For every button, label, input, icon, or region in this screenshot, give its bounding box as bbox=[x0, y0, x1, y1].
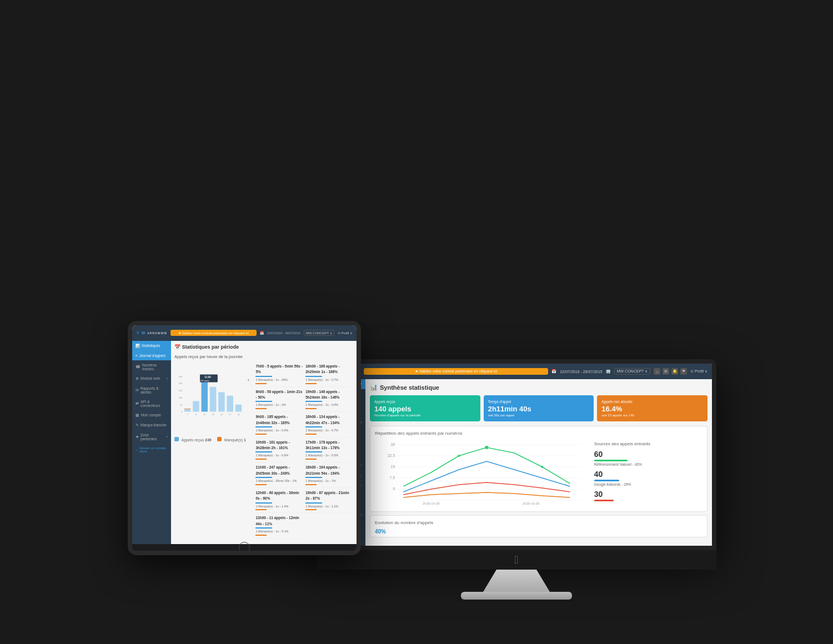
blue-bar bbox=[305, 401, 322, 402]
period-col-right: 18h00 - 186 appels - 2h20min 1s - 186% 1… bbox=[305, 364, 353, 541]
monitor-stand bbox=[483, 570, 550, 592]
svg-text:13: 13 bbox=[212, 414, 214, 416]
blue-bar bbox=[255, 477, 272, 478]
label: Ajouter un compte client bbox=[139, 446, 168, 453]
tablet-sidebar-marque[interactable]: ✎ Marque blanche bbox=[132, 420, 171, 430]
svg-rect-34 bbox=[235, 405, 242, 412]
grid-icon: ⊞ bbox=[663, 368, 669, 375]
period-time: 13h00 - 11 appels - 12min 44s - 11% bbox=[255, 515, 303, 527]
api-icon: ⇄ bbox=[136, 401, 139, 406]
tablet-sidebar-compte[interactable]: ▦ Mon compte bbox=[132, 410, 171, 420]
period-entry: 13h00 - 11 appels - 12min 44s - 11% 1 Ma… bbox=[255, 515, 303, 539]
label: Rapports & alertes bbox=[140, 386, 168, 394]
card-value: 2h11min 40s bbox=[488, 405, 590, 413]
line-chart-svg: 30 22.5 15 7.5 0 2016-10-29 2016-10-30 bbox=[375, 439, 588, 506]
apple-logo:  bbox=[317, 550, 716, 570]
line-chart-main: 30 22.5 15 7.5 0 2016-10-29 2016-10-30 bbox=[375, 439, 588, 507]
svg-text:30: 30 bbox=[391, 442, 395, 446]
flag-icon: ⚑ bbox=[680, 368, 687, 375]
tablet-profile[interactable]: ⊙ Profil ∨ bbox=[338, 331, 352, 335]
period-entry: 17h00 - 178 appels - 3h11min 13s - 178% … bbox=[305, 440, 353, 463]
blue-bar bbox=[255, 376, 272, 377]
svg-text:11: 11 bbox=[203, 414, 205, 416]
tablet-sidebar-numeros[interactable]: ☎ Numéros trackés bbox=[132, 360, 171, 374]
tablet-sidebar-journal[interactable]: ≡ Journal d'appels bbox=[132, 351, 171, 360]
bar-chart-container: 249 200 150 100 50 0 bbox=[174, 361, 252, 541]
calendar-icon: 📅 bbox=[551, 369, 556, 374]
home-button[interactable] bbox=[239, 542, 250, 553]
period-detail: 1 Manqué(s) - 1s - 0.5% bbox=[305, 453, 353, 458]
period-col-left: 7h00 - 5 appels - 5min 56s - 5% 1 Manqué… bbox=[255, 364, 303, 541]
blue-bar bbox=[255, 426, 272, 427]
page-title-text: Synthèse statistique bbox=[380, 384, 439, 391]
monitor-topbar: ≡ W ARROWWW ★ Validez votre contrat part… bbox=[321, 364, 712, 379]
label: API & connecteurs bbox=[140, 400, 168, 407]
orange-bar bbox=[305, 408, 317, 409]
svg-text:9: 9 bbox=[195, 414, 197, 416]
svg-text:15: 15 bbox=[391, 465, 395, 469]
svg-text:0: 0 bbox=[181, 411, 182, 413]
svg-text:0: 0 bbox=[393, 487, 395, 491]
period-entry: 19h00 - 87 appels - 21min 2s - 87% 1 Man… bbox=[305, 490, 353, 514]
tablet-sidebar-ajouter[interactable]: + Ajouter un compte client bbox=[132, 444, 171, 456]
profile-button[interactable]: ⊙ Profil ∨ bbox=[690, 369, 707, 374]
period-entry: 8h00 - 50 appels - 1min 21s - 50% 1 Manq… bbox=[255, 389, 303, 412]
tablet-sidebar-rapports[interactable]: ✉ Rapports & alertes bbox=[132, 384, 171, 397]
svg-text:200: 200 bbox=[179, 383, 182, 385]
mail-icon: ✉ bbox=[136, 388, 139, 393]
legend-number: 60 bbox=[594, 450, 700, 459]
orange-bar bbox=[305, 383, 317, 384]
tablet-sidebar-module[interactable]: ⊕ Module web ‹ bbox=[132, 374, 171, 384]
svg-text:2016-10-29: 2016-10-29 bbox=[423, 502, 440, 505]
tablet-menu-icon: ≡ bbox=[137, 330, 139, 335]
period-entry: 18h00 - 194 appels - 2h21min 54s - 194% … bbox=[305, 465, 353, 488]
period-time: 19h00 - 87 appels - 21min 2s - 87% bbox=[305, 490, 353, 502]
card-value: 140 appels bbox=[374, 405, 476, 413]
period-entry: 10h00 - 161 appels - 3h28min 2h - 161% 1… bbox=[255, 440, 303, 463]
tablet-main-layout: 📊 Statistiques ≡ Journal d'appels ☎ Numé… bbox=[132, 341, 357, 544]
period-time: 18h00 - 194 appels - 2h21min 54s - 194% bbox=[305, 465, 353, 476]
orange-bar bbox=[255, 509, 267, 510]
blue-bar bbox=[305, 426, 322, 427]
tablet-sidebar-api[interactable]: ⇄ API & connecteurs bbox=[132, 397, 171, 410]
svg-rect-35 bbox=[184, 409, 190, 409]
concept-selector[interactable]: MW CONCEPT ∨ bbox=[614, 368, 650, 375]
svg-point-15 bbox=[541, 466, 543, 468]
period-entry: 19h00 - 146 appels - 5h24min 18s - 146% … bbox=[305, 389, 353, 412]
blue-bar bbox=[305, 376, 322, 377]
svg-text:19: 19 bbox=[237, 414, 239, 416]
label: Zone partenaire bbox=[140, 433, 165, 441]
tablet-promo[interactable]: ★ Validez votre contrat partenaire en cl… bbox=[170, 330, 257, 336]
orange-bar bbox=[255, 408, 267, 409]
tablet-concept[interactable]: MW CONCEPT ∨ bbox=[304, 330, 334, 336]
legend-item-30: 30 bbox=[594, 490, 700, 501]
edit-icon: ✎ bbox=[136, 423, 139, 427]
period-time: 8h00 - 50 appels - 1min 21s - 50% bbox=[255, 389, 303, 401]
legend-number: 40 bbox=[594, 470, 700, 479]
legend-item-60: 60 Référencement Naturel - 43% bbox=[594, 450, 700, 466]
period-time: 9h00 - 185 appels - 1h46min 32s - 185% bbox=[255, 414, 303, 426]
legend-title: Sources des appels entrants bbox=[594, 441, 700, 446]
bar-chart-title: Appels reçus par heure de la journée bbox=[174, 354, 353, 359]
blue-bar bbox=[305, 451, 322, 452]
bottom-chart-section: Evolution du nombre d'appels 40% bbox=[370, 515, 707, 537]
topbar-icons: ⌂ ⊞ 🔔 ⚑ bbox=[654, 368, 687, 375]
svg-text:150: 150 bbox=[179, 390, 182, 392]
card-label: Appels non aboutis bbox=[601, 400, 703, 404]
monitor-screen: ≡ W ARROWWW ★ Validez votre contrat part… bbox=[317, 359, 716, 550]
tablet-sidebar-zone[interactable]: ★ Zone partenaire ‹ bbox=[132, 430, 171, 444]
svg-rect-29 bbox=[193, 401, 199, 411]
monitor-content: 📊 Synthèse statistique Appels reçus 140 … bbox=[365, 379, 712, 546]
stat-card-non-aboutis: Appels non aboutis 16.4% soit 23 appels … bbox=[597, 395, 707, 421]
legend-bar-green bbox=[594, 460, 628, 461]
chevron-icon: ‹ bbox=[167, 376, 168, 380]
manques-dot bbox=[217, 437, 222, 441]
blue-bar bbox=[255, 527, 272, 529]
legend-manques-value: 1 bbox=[244, 438, 246, 442]
card-label: Temps d'appel bbox=[488, 400, 590, 404]
svg-text:50: 50 bbox=[180, 404, 182, 406]
period-stats: 7h00 - 5 appels - 5min 56s - 5% 1 Manqué… bbox=[255, 364, 353, 541]
period-entry: 12h00 - 60 appels - 30min 0s - 60% 1 Man… bbox=[255, 490, 303, 514]
tablet-sidebar-stats[interactable]: 📊 Statistiques bbox=[132, 341, 171, 351]
promo-button[interactable]: ★ Validez votre contrat partenaire en cl… bbox=[364, 368, 549, 375]
